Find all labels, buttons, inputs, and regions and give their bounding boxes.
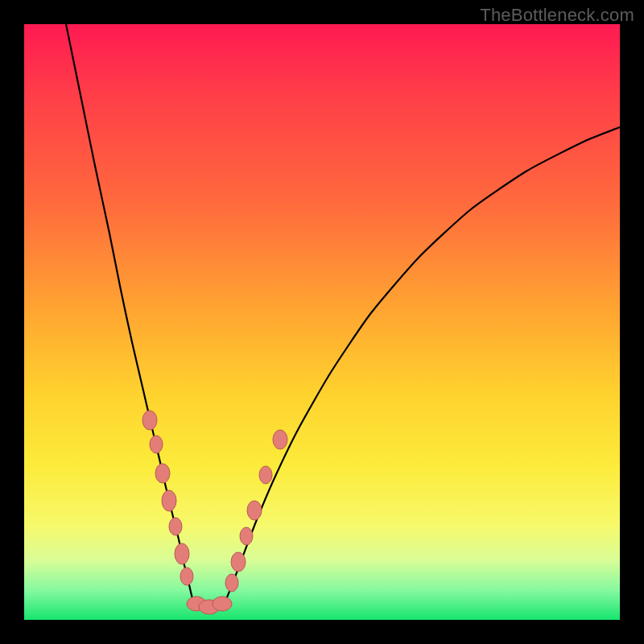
plot-area [24, 24, 620, 620]
bead-marker [175, 543, 189, 564]
bead-markers [142, 411, 287, 614]
bead-marker [213, 597, 232, 611]
bead-marker [273, 430, 287, 449]
bead-marker [155, 464, 170, 483]
bead-marker [180, 568, 193, 585]
bead-marker [162, 490, 176, 511]
bead-marker [247, 501, 262, 520]
bead-marker [150, 436, 163, 453]
bead-marker [169, 518, 182, 535]
bead-marker [259, 466, 272, 484]
bead-marker [231, 552, 246, 572]
bottleneck-curve [66, 24, 620, 607]
outer-frame: TheBottleneck.com [0, 0, 644, 644]
watermark-text: TheBottleneck.com [480, 5, 634, 26]
curve-layer [24, 24, 620, 620]
bead-marker [240, 527, 253, 545]
bead-marker [142, 411, 157, 430]
bead-marker [225, 574, 238, 592]
